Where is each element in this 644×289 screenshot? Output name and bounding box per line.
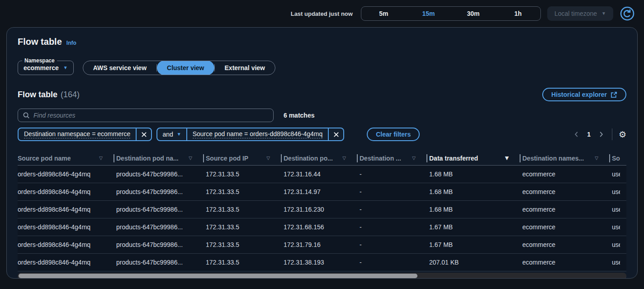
filter-row: Destination namespace = ecommerce and ▼ … (18, 128, 626, 141)
column-header[interactable]: Source pod IP ▽ (206, 151, 284, 165)
column-header[interactable]: Destination names... ▽ (522, 151, 612, 165)
column-divider (520, 154, 521, 162)
column-divider (281, 154, 282, 162)
flow-table: Source pod name ▽ Destination pod na... … (18, 151, 626, 271)
search-input[interactable] (33, 112, 269, 119)
refresh-button[interactable] (620, 6, 635, 21)
column-header[interactable]: Destination ... ▽ (360, 151, 429, 165)
time-range-1h[interactable]: 1h (496, 7, 540, 20)
last-updated-text: Last updated just now (291, 10, 353, 17)
chevron-down-icon: ▼ (177, 132, 181, 137)
column-divider (357, 154, 358, 162)
flow-table-panel: Flow table Info Namespace ecommerce ▼ AW… (6, 27, 638, 279)
remove-filter-button[interactable] (329, 128, 343, 140)
time-range-5m[interactable]: 5m (361, 7, 406, 20)
view-toggle-group: AWS service view Cluster viewExternal vi… (83, 61, 275, 75)
column-divider (114, 154, 114, 162)
filter-token-text[interactable]: Destination namespace = ecommerce (19, 128, 136, 140)
horizontal-scrollbar[interactable] (18, 273, 626, 279)
sort-icon: ▽ (99, 156, 103, 161)
view-tab-cluster-view[interactable]: Cluster view (157, 61, 214, 75)
table-row: orders-dd898c846-4g4mq products-647bc999… (18, 166, 626, 183)
timezone-label: Local timezone (554, 10, 597, 17)
column-divider (426, 154, 427, 162)
view-tab-aws-service-view[interactable]: AWS service view (83, 61, 156, 75)
remove-filter-button[interactable] (137, 128, 151, 140)
filter-token-1: Destination namespace = ecommerce (18, 128, 152, 141)
table-row: orders-dd898c846-4g4mq products-647bc999… (18, 218, 626, 236)
time-range-30m[interactable]: 30m (451, 7, 496, 20)
chevron-down-icon: ▼ (601, 11, 606, 16)
table-row: orders-dd898c846-4g4mq products-647bc999… (18, 254, 626, 271)
controls-row: Namespace ecommerce ▼ AWS service view C… (18, 61, 626, 75)
sort-icon: ▽ (595, 156, 598, 161)
timezone-select[interactable]: Local timezone ▼ (547, 6, 613, 21)
column-header[interactable]: Source ▽ (612, 151, 626, 165)
info-link[interactable]: Info (66, 40, 76, 46)
table-count: (164) (61, 90, 80, 99)
search-row: 6 matches (18, 109, 626, 122)
page-title: Flow table (18, 37, 62, 47)
sort-icon: ▽ (189, 156, 192, 161)
table-row: orders-dd898c846-4g4mq products-647bc999… (18, 236, 626, 254)
pagination: 1 ⚙ (572, 128, 626, 140)
external-link-icon (611, 91, 617, 98)
time-range-15m[interactable]: 15m (406, 7, 451, 20)
column-header[interactable]: Source pod name ▽ (18, 151, 116, 165)
namespace-value: ecommerce (24, 64, 59, 71)
sort-icon: ▽ (412, 156, 416, 161)
table-body: orders-dd898c846-4g4mq products-647bc999… (18, 166, 626, 271)
view-tab-external-view[interactable]: External view (215, 61, 275, 75)
panel-title-row: Flow table Info (18, 37, 626, 47)
close-icon (333, 132, 339, 137)
refresh-icon (620, 6, 635, 21)
search-box (18, 109, 274, 122)
top-bar: Last updated just now 5m 15m30m1h Local … (0, 0, 644, 27)
namespace-select[interactable]: Namespace ecommerce ▼ (18, 61, 74, 75)
clear-filters-button[interactable]: Clear filters (367, 128, 420, 141)
sort-icon: ▼ (505, 155, 509, 161)
search-icon (23, 112, 30, 119)
previous-page-button[interactable] (572, 129, 581, 140)
column-divider (609, 154, 610, 162)
table-heading-row: Flow table (164) Historical explorer (18, 88, 626, 101)
time-range-group: 5m 15m30m1h (361, 6, 541, 21)
matches-count: 6 matches (284, 112, 314, 119)
close-icon (141, 132, 147, 137)
filter-token-2: and ▼ Source pod name = orders-dd898c846… (156, 128, 344, 141)
settings-gear-button[interactable]: ⚙ (619, 130, 626, 139)
table-row: orders-dd898c846-4g4mq products-647bc999… (18, 201, 626, 218)
table-title: Flow table (18, 90, 57, 99)
chevron-right-icon (599, 131, 604, 138)
column-divider (203, 154, 204, 162)
column-header[interactable]: Destination po... ▽ (284, 151, 360, 165)
next-page-button[interactable] (597, 129, 606, 140)
historical-explorer-button[interactable]: Historical explorer (542, 88, 626, 101)
chevron-down-icon: ▼ (63, 66, 68, 70)
pagination-divider (612, 128, 612, 140)
chevron-left-icon (574, 131, 579, 138)
namespace-label: Namespace (22, 57, 57, 64)
page-number[interactable]: 1 (583, 131, 594, 138)
table-header-row: Source pod name ▽ Destination pod na... … (18, 151, 626, 166)
scrollbar-thumb[interactable] (19, 274, 417, 278)
table-row: orders-dd898c846-4g4mq products-647bc999… (18, 183, 626, 201)
filter-operator-select[interactable]: and ▼ (157, 128, 186, 140)
sort-icon: ▽ (342, 156, 346, 161)
column-header[interactable]: Destination pod na... ▽ (116, 151, 206, 165)
sort-icon: ▽ (266, 156, 270, 161)
filter-token-text[interactable]: Source pod name = orders-dd898c846-4g4mq (187, 128, 328, 140)
column-header[interactable]: Data transferred ▼ (429, 151, 522, 165)
